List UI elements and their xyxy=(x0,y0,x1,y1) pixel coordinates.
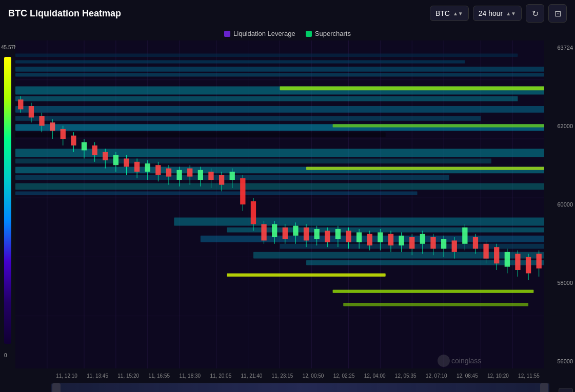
svg-rect-130 xyxy=(441,239,446,249)
svg-rect-138 xyxy=(483,244,488,259)
chart-container: 45.57M 0 xyxy=(0,40,575,368)
refresh-icon: ↻ xyxy=(532,9,539,18)
svg-rect-132 xyxy=(452,240,457,252)
svg-rect-148 xyxy=(537,254,542,269)
svg-rect-118 xyxy=(378,232,383,242)
minimap[interactable]: ⋮ ⋮ xyxy=(51,383,549,392)
svg-rect-92 xyxy=(240,178,245,204)
svg-rect-48 xyxy=(15,54,518,57)
time-label-3: 11, 16:55 xyxy=(144,373,174,379)
svg-rect-60 xyxy=(71,136,76,146)
chart-area[interactable]: coinglass xyxy=(15,40,544,368)
svg-rect-50 xyxy=(18,99,23,109)
svg-rect-124 xyxy=(409,237,414,249)
minimap-background xyxy=(51,383,549,392)
svg-rect-30 xyxy=(15,158,491,163)
time-label-0: 11, 12:10 xyxy=(51,373,82,379)
svg-text:coinglass: coinglass xyxy=(451,357,481,365)
legend-dot-supercharts xyxy=(306,31,312,37)
time-label-14: 12, 10:20 xyxy=(483,373,513,379)
svg-rect-64 xyxy=(92,146,97,155)
svg-rect-84 xyxy=(198,170,203,180)
time-label-2: 11, 15:20 xyxy=(113,373,144,379)
svg-rect-114 xyxy=(356,232,362,242)
svg-rect-120 xyxy=(388,234,393,245)
price-label-3: 60000 xyxy=(546,201,573,208)
svg-point-149 xyxy=(438,355,450,367)
svg-rect-70 xyxy=(124,158,129,167)
svg-rect-136 xyxy=(473,237,478,249)
svg-rect-58 xyxy=(61,129,66,139)
heatmap-svg: coinglass xyxy=(15,40,544,368)
time-label-5: 11, 20:05 xyxy=(205,373,236,379)
svg-rect-36 xyxy=(174,218,544,226)
svg-rect-24 xyxy=(15,116,481,121)
svg-rect-102 xyxy=(293,226,298,236)
camera-button[interactable]: ⊡ xyxy=(548,4,567,23)
time-label-10: 12, 04:00 xyxy=(360,373,390,379)
svg-rect-27 xyxy=(280,87,545,91)
svg-rect-82 xyxy=(187,169,192,177)
svg-rect-28 xyxy=(333,124,544,127)
time-label-7: 11, 23:15 xyxy=(267,373,298,379)
svg-rect-23 xyxy=(15,106,544,113)
time-label-13: 12, 08:45 xyxy=(452,373,483,379)
svg-rect-56 xyxy=(50,122,55,131)
svg-rect-104 xyxy=(304,228,309,241)
time-label-12: 12, 07:10 xyxy=(421,373,452,379)
price-label-5: 56000 xyxy=(546,358,573,364)
legend: Liquidation Leverage Supercharts xyxy=(0,27,575,40)
svg-rect-116 xyxy=(367,234,372,245)
time-selector[interactable]: 24 hour ▲▼ xyxy=(473,6,522,21)
minimap-right-handle[interactable]: ⋮ xyxy=(540,383,548,392)
header: BTC Liquidation Heatmap BTC ▲▼ 24 hour ▲… xyxy=(0,0,575,27)
svg-rect-134 xyxy=(462,228,467,244)
svg-rect-86 xyxy=(208,172,213,180)
price-label-2: 62000 xyxy=(546,123,573,129)
svg-rect-78 xyxy=(166,169,171,177)
time-label-1: 11, 13:45 xyxy=(82,373,113,379)
legend-item-liquidation: Liquidation Leverage xyxy=(224,30,295,37)
svg-rect-94 xyxy=(251,201,256,224)
legend-item-supercharts: Supercharts xyxy=(306,30,351,37)
refresh-button[interactable]: ↻ xyxy=(526,4,544,23)
page-title: BTC Liquidation Heatmap xyxy=(8,8,430,19)
svg-rect-22 xyxy=(15,96,518,101)
svg-rect-54 xyxy=(39,116,44,126)
svg-rect-74 xyxy=(145,163,150,172)
price-axis: 63724 62000 60000 58000 56000 xyxy=(544,40,575,368)
svg-rect-47 xyxy=(15,60,465,63)
minimap-left-handle[interactable]: ⋮ xyxy=(52,383,61,392)
svg-rect-90 xyxy=(230,172,235,180)
svg-rect-33 xyxy=(15,183,544,190)
legend-label-supercharts: Supercharts xyxy=(315,30,351,37)
time-axis: 11, 12:10 11, 13:45 11, 15:20 11, 16:55 … xyxy=(26,368,544,383)
time-label-11: 12, 05:35 xyxy=(390,373,421,379)
scroll-top-button[interactable]: ▲ xyxy=(559,388,573,392)
svg-rect-80 xyxy=(176,170,182,180)
time-label-4: 11, 18:30 xyxy=(174,373,205,379)
camera-icon: ⊡ xyxy=(554,9,561,18)
time-label-8: 12, 00:50 xyxy=(298,373,329,379)
scale-label-bottom: 0 xyxy=(4,353,7,358)
svg-rect-62 xyxy=(82,142,87,150)
svg-rect-43 xyxy=(333,290,534,293)
svg-rect-140 xyxy=(494,247,499,263)
svg-rect-144 xyxy=(515,254,520,270)
svg-rect-100 xyxy=(283,228,288,239)
color-scale: 45.57M 0 xyxy=(0,40,15,368)
gradient-bar xyxy=(4,57,11,344)
svg-rect-142 xyxy=(505,252,510,267)
price-label-4: 58000 xyxy=(546,280,573,286)
time-label-15: 12, 11:55 xyxy=(513,373,544,379)
svg-rect-88 xyxy=(219,175,224,184)
svg-rect-110 xyxy=(335,229,341,239)
svg-rect-72 xyxy=(134,162,140,172)
svg-rect-35 xyxy=(306,167,544,170)
svg-rect-128 xyxy=(430,237,435,249)
svg-rect-98 xyxy=(272,224,277,237)
svg-rect-112 xyxy=(346,231,351,242)
svg-rect-96 xyxy=(261,224,266,240)
legend-dot-liquidation xyxy=(224,31,230,37)
coin-selector[interactable]: BTC ▲▼ xyxy=(430,6,469,21)
